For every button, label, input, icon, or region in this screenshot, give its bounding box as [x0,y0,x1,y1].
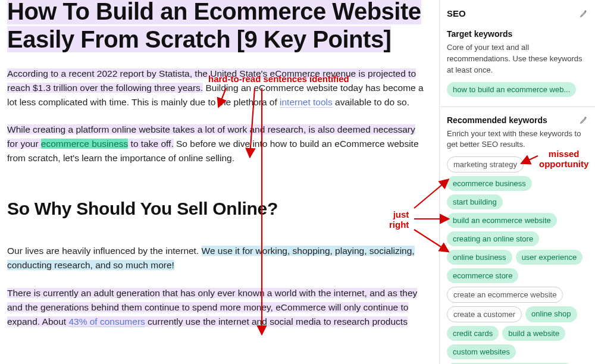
paragraph-4[interactable]: There is currently an adult generation t… [7,286,427,329]
divider [440,106,595,107]
seo-panel-title: SEO [447,8,466,18]
keyword-pill[interactable]: online business [447,250,512,265]
keyword-pill[interactable]: create a customer [447,306,522,322]
keyword-pill[interactable]: build a website [502,326,565,341]
recommended-keywords-desc: Enrich your text with these keywords to … [447,128,588,151]
paragraph-2[interactable]: While creating a platform online website… [7,123,427,165]
keyword-pill[interactable]: start building [447,194,503,209]
keyword-pill[interactable]: marketing strategy [447,156,524,172]
link-consumers[interactable]: 43% of consumers [68,316,145,327]
target-keywords-heading: Target keywords [447,29,588,39]
link-internet-tools[interactable]: internet tools [280,97,333,108]
paragraph-3[interactable]: Our lives are heavily influenced by the … [7,244,427,272]
keyword-pill[interactable]: user experience [516,250,583,265]
keyword-pill[interactable]: credit cards [447,326,499,341]
keyword-pill[interactable]: ecommerce store [447,268,518,283]
keyword-pill[interactable]: custom websites [447,344,516,359]
title-highlight: How To Build an Ecommerce Website Easily… [7,0,421,52]
edit-icon[interactable] [580,116,588,124]
keyword-pill[interactable]: create an ecommerce website [447,287,563,303]
article-title[interactable]: How To Build an Ecommerce Website Easily… [7,0,427,54]
keyword-pill[interactable]: online shop [525,306,577,322]
keyword-pill[interactable]: build an ecommerce website [447,213,557,228]
paragraph-1[interactable]: According to a recent 2022 report by Sta… [7,67,427,109]
target-keyword-pill[interactable]: how to build an ecommerce web... [447,82,576,97]
keyword-match: ecommerce business [41,139,128,149]
keyword-pill[interactable]: ecommerce business [447,176,532,191]
article-editor[interactable]: How To Build an Ecommerce Website Easily… [0,0,434,364]
edit-icon[interactable] [580,10,588,18]
seo-sidebar: SEO Target keywords Core of your text an… [439,0,595,364]
recommended-keyword-list: marketing strategyecommerce businessstar… [447,156,588,364]
keyword-pill[interactable]: creating an online store [447,231,539,246]
recommended-keywords-heading: Recommended keywords [447,115,547,125]
heading-2[interactable]: So Why Should You Sell Online? [7,199,427,219]
target-keywords-desc: Core of your text and all recommendation… [447,42,588,76]
hard-sentence: There is currently an adult generation t… [7,288,417,327]
